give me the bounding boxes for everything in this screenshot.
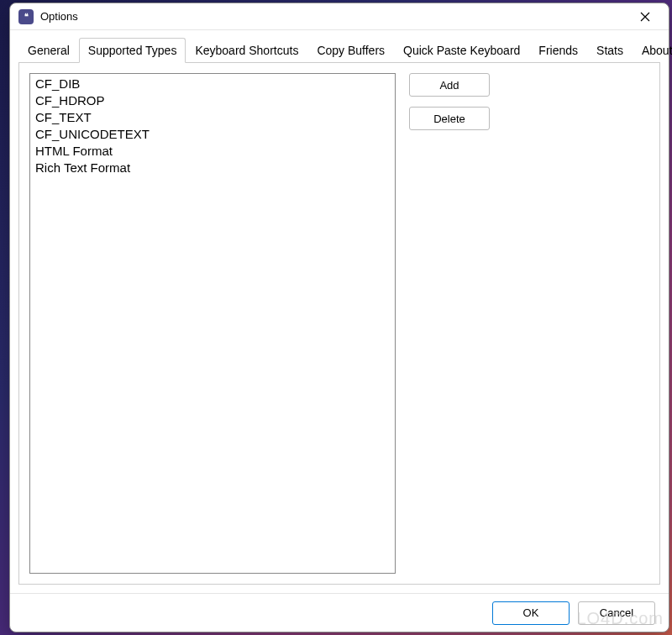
- tab-stats[interactable]: Stats: [587, 38, 633, 63]
- options-dialog: ❝ Options General Supported Types Keyboa…: [9, 3, 669, 632]
- tab-strip: General Supported Types Keyboard Shortcu…: [18, 37, 660, 63]
- list-item[interactable]: CF_UNICODETEXT: [34, 126, 391, 143]
- tab-about[interactable]: About: [633, 38, 672, 63]
- list-item[interactable]: HTML Format: [34, 143, 391, 160]
- list-item[interactable]: CF_DIB: [34, 76, 391, 92]
- window-title: Options: [40, 10, 630, 23]
- tab-general[interactable]: General: [18, 38, 79, 63]
- tab-supported-types[interactable]: Supported Types: [79, 38, 186, 63]
- delete-button[interactable]: Delete: [409, 107, 490, 130]
- dialog-content: General Supported Types Keyboard Shortcu…: [10, 30, 669, 593]
- tab-keyboard-shortcuts[interactable]: Keyboard Shortcuts: [186, 38, 307, 63]
- list-item[interactable]: CF_HDROP: [34, 92, 391, 109]
- tab-quick-paste-keyboard[interactable]: Quick Paste Keyboard: [394, 38, 529, 63]
- dialog-footer: OK Cancel: [10, 593, 669, 632]
- titlebar: ❝ Options: [10, 3, 669, 30]
- ok-button[interactable]: OK: [492, 601, 570, 625]
- add-button[interactable]: Add: [409, 73, 490, 97]
- tab-copy-buffers[interactable]: Copy Buffers: [307, 38, 394, 63]
- tab-panel-supported-types: CF_DIB CF_HDROP CF_TEXT CF_UNICODETEXT H…: [18, 63, 660, 585]
- list-item[interactable]: CF_TEXT: [34, 109, 391, 126]
- list-item[interactable]: Rich Text Format: [34, 160, 391, 176]
- side-button-column: Add Delete: [409, 73, 490, 574]
- close-icon: [640, 12, 650, 22]
- tab-friends[interactable]: Friends: [529, 38, 587, 63]
- close-button[interactable]: [630, 5, 660, 29]
- supported-types-listbox[interactable]: CF_DIB CF_HDROP CF_TEXT CF_UNICODETEXT H…: [29, 73, 396, 574]
- app-icon: ❝: [18, 9, 34, 24]
- cancel-button[interactable]: Cancel: [578, 601, 655, 625]
